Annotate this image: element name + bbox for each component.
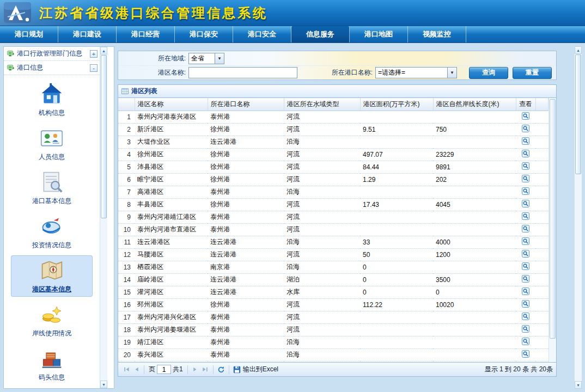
view-cell[interactable] xyxy=(516,261,535,273)
view-cell[interactable] xyxy=(516,148,535,161)
column-header[interactable]: 港区所在水域类型 xyxy=(284,98,360,111)
view-cell[interactable] xyxy=(516,123,535,136)
table-row[interactable]: 7高港港区泰州港沿海 xyxy=(118,186,549,198)
window-scrollbar-thumb[interactable] xyxy=(575,54,581,174)
column-header[interactable]: 所在港口名称 xyxy=(208,98,284,111)
view-icon[interactable] xyxy=(522,325,529,333)
table-row[interactable]: 3大堤作业区连云港港沿海 xyxy=(118,136,549,148)
sidebar-item[interactable]: 港区基本信息 xyxy=(11,255,93,297)
view-cell[interactable] xyxy=(516,136,535,148)
table-row[interactable]: 14庙岭港区连云港港湖泊03500 xyxy=(118,273,549,286)
column-header[interactable]: 港区自然岸线长度(米) xyxy=(433,98,516,111)
nav-tab[interactable]: 港口建设 xyxy=(58,26,117,42)
view-cell[interactable] xyxy=(516,111,535,123)
view-cell[interactable] xyxy=(516,273,535,286)
refresh-button[interactable] xyxy=(216,365,226,375)
table-row[interactable]: 15灌河港区连云港港水库00 xyxy=(118,286,549,298)
collapse-toggle-button[interactable]: - xyxy=(90,64,97,72)
window-scrollbar[interactable]: ▲ ▼ xyxy=(574,46,582,389)
table-row[interactable]: 16邳州港区徐州港河流112.2210020 xyxy=(118,298,549,311)
first-page-button[interactable] xyxy=(121,365,131,375)
view-cell[interactable] xyxy=(516,248,535,261)
sidebar-group[interactable]: 港口行政管理部门信息+ xyxy=(4,47,100,61)
view-cell[interactable] xyxy=(516,286,535,298)
nav-tab[interactable]: 港口规划 xyxy=(0,26,58,42)
sidebar-item-partial[interactable] xyxy=(11,388,93,388)
view-icon[interactable] xyxy=(522,250,529,258)
view-cell[interactable] xyxy=(516,211,535,223)
nav-tab[interactable]: 港口经营 xyxy=(117,26,175,42)
table-row[interactable]: 1泰州内河港泰兴港区泰州港河流 xyxy=(118,111,549,123)
view-cell[interactable] xyxy=(516,323,535,336)
view-icon[interactable] xyxy=(522,187,529,195)
view-icon[interactable] xyxy=(522,300,529,308)
view-cell[interactable] xyxy=(516,336,535,348)
table-row[interactable]: 11连云港港区连云港港沿海334000 xyxy=(118,236,549,248)
view-cell[interactable] xyxy=(516,198,535,211)
sidebar-item[interactable]: 人员信息 xyxy=(11,123,93,164)
table-row[interactable]: 19靖江港区泰州港沿海 xyxy=(118,336,549,348)
expand-toggle-button[interactable]: + xyxy=(90,50,97,58)
sidebar-group[interactable]: 港口信息- xyxy=(4,61,100,75)
view-icon[interactable] xyxy=(522,125,529,132)
table-row[interactable]: 12马腰港区连云港港河流501200 xyxy=(118,248,549,261)
table-row[interactable]: 5沛县港区徐州港河流84.449891 xyxy=(118,161,549,173)
table-row[interactable]: 10泰州内河港市直港区泰州港河流 xyxy=(118,223,549,236)
sidebar-item[interactable]: 机构信息 xyxy=(11,79,93,120)
nav-tab[interactable]: 视频监控 xyxy=(408,26,466,42)
view-icon[interactable] xyxy=(522,225,529,232)
port-name-select[interactable]: =请选择= ▼ xyxy=(375,67,457,78)
view-icon[interactable] xyxy=(522,313,529,320)
scroll-down-icon[interactable]: ▼ xyxy=(575,381,582,389)
view-cell[interactable] xyxy=(516,348,535,361)
view-icon[interactable] xyxy=(522,350,529,358)
nav-tab[interactable]: 港口安全 xyxy=(233,26,291,42)
column-header[interactable]: 港区面积(万平方米) xyxy=(360,98,433,111)
region-select[interactable]: 全省 ▼ xyxy=(188,53,224,64)
sidebar-scrollbar[interactable]: ▲ ▼ xyxy=(100,47,107,388)
table-row[interactable]: 18泰州内河港姜堰港区泰州港河流 xyxy=(118,323,549,336)
sidebar-item[interactable]: 投资情况信息 xyxy=(11,211,93,253)
view-icon[interactable] xyxy=(522,112,529,120)
table-row[interactable]: 6睢宁港区徐州港河流1.29202 xyxy=(118,173,549,186)
export-excel-button[interactable]: 输出到Excel xyxy=(243,365,278,374)
table-row[interactable]: 17泰州内河港兴化港区泰州港河流 xyxy=(118,311,549,323)
area-name-input[interactable] xyxy=(188,67,297,78)
table-row[interactable]: 8丰县港区徐州港河流17.434045 xyxy=(118,198,549,211)
next-page-button[interactable] xyxy=(191,365,200,375)
table-row[interactable]: 2新沂港区徐州港河流9.51750 xyxy=(118,123,549,136)
grid-scrollbar[interactable] xyxy=(549,98,556,362)
view-icon[interactable] xyxy=(522,150,529,157)
sidebar-item[interactable]: 港口基本信息 xyxy=(11,167,93,209)
view-cell[interactable] xyxy=(516,236,535,248)
prev-page-button[interactable] xyxy=(131,365,141,375)
view-cell[interactable] xyxy=(516,298,535,311)
view-icon[interactable] xyxy=(522,287,529,295)
scroll-up-icon[interactable]: ▲ xyxy=(575,46,582,54)
view-icon[interactable] xyxy=(522,237,529,245)
search-button[interactable]: 查询 xyxy=(469,67,508,79)
view-cell[interactable] xyxy=(516,186,535,198)
view-cell[interactable] xyxy=(516,161,535,173)
view-icon[interactable] xyxy=(522,200,529,207)
table-row[interactable]: 4徐州港区徐州港河流497.0723229 xyxy=(118,148,549,161)
view-icon[interactable] xyxy=(522,137,529,145)
table-row[interactable]: 13栖霞港区南京港沿海0 xyxy=(118,261,549,273)
view-cell[interactable] xyxy=(516,223,535,236)
last-page-button[interactable] xyxy=(200,365,210,375)
table-row[interactable]: 9泰州内河港靖江港区泰州港河流 xyxy=(118,211,549,223)
nav-tab[interactable]: 港口保安 xyxy=(175,26,233,42)
view-icon[interactable] xyxy=(522,338,529,345)
view-icon[interactable] xyxy=(522,162,529,170)
scroll-down-icon[interactable]: ▼ xyxy=(100,381,107,388)
reset-button[interactable]: 重置 xyxy=(513,67,552,79)
column-header[interactable]: 查看 xyxy=(516,98,535,111)
nav-tab[interactable]: 信息服务 xyxy=(291,26,350,42)
column-header[interactable]: 港区名称 xyxy=(135,98,208,111)
view-cell[interactable] xyxy=(516,311,535,323)
view-icon[interactable] xyxy=(522,212,529,220)
view-icon[interactable] xyxy=(522,262,529,270)
sidebar-item[interactable]: 码头信息 xyxy=(11,344,93,385)
view-cell[interactable] xyxy=(516,173,535,186)
sidebar-item[interactable]: 岸线使用情况 xyxy=(11,299,93,341)
